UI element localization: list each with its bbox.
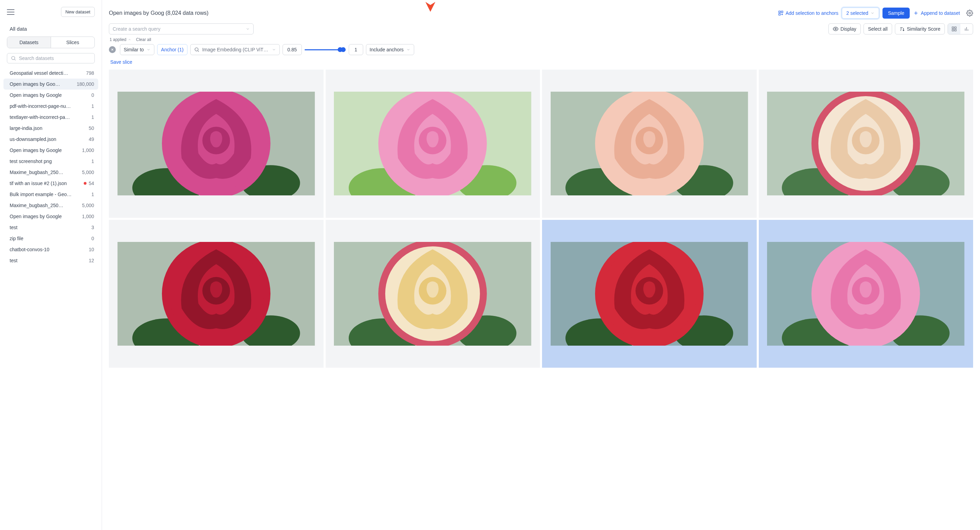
save-slice-link[interactable]: Save slice [110, 59, 132, 65]
add-selection-to-anchors-button[interactable]: Add selection to anchors [778, 10, 838, 16]
dataset-name: Open images by Google [10, 214, 62, 219]
dataset-item[interactable]: textlayer-with-incorrect-pa…1 [3, 111, 98, 123]
chevron-down-icon [870, 11, 875, 15]
clear-all-button[interactable]: Clear all [136, 37, 151, 42]
search-query-input[interactable]: Create a search query [109, 24, 254, 35]
view-toggle [948, 24, 973, 35]
tab-datasets[interactable]: Datasets [7, 37, 51, 48]
dataset-item[interactable]: test screenshot png1 [3, 156, 98, 167]
include-anchors-dropdown[interactable]: Include anchors [366, 44, 415, 55]
dataset-count: 54 [89, 181, 94, 186]
svg-point-10 [969, 13, 971, 14]
gallery-image [118, 92, 315, 196]
dataset-item[interactable]: Maxime_bugbash_250…5,000 [3, 167, 98, 178]
chevron-up-icon [128, 38, 131, 41]
append-label: Append to dataset [921, 10, 960, 16]
dataset-name: zip file [10, 236, 24, 241]
all-data-link[interactable]: All data [0, 22, 102, 37]
dataset-count: 3 [91, 225, 94, 230]
dataset-count: 50 [89, 126, 94, 131]
search-icon [11, 56, 16, 61]
sample-button[interactable]: Sample [883, 8, 910, 19]
gallery-cell[interactable] [759, 70, 974, 218]
gallery-cell[interactable] [109, 220, 324, 368]
dataset-item[interactable]: Open images by Goo…180,000 [3, 79, 98, 89]
dataset-item[interactable]: Open images by Google1,000 [3, 145, 98, 156]
dataset-item[interactable]: tif with an issue #2 (1).json54 [3, 178, 98, 189]
slider-fill [305, 49, 340, 50]
new-dataset-button[interactable]: New dataset [61, 7, 95, 17]
select-all-label: Select all [868, 26, 888, 32]
dataset-count: 0 [91, 236, 94, 241]
anchors-icon [778, 10, 784, 16]
sidebar-tabs: Datasets Slices [7, 37, 95, 48]
similar-to-dropdown[interactable]: Similar to [120, 44, 154, 55]
settings-button[interactable] [966, 10, 973, 16]
gallery-cell[interactable] [759, 220, 974, 368]
include-anchors-label: Include anchors [370, 47, 404, 53]
chart-view-button[interactable] [960, 24, 973, 34]
threshold-slider[interactable] [305, 46, 346, 53]
dataset-count: 1 [91, 192, 94, 197]
dataset-item[interactable]: test3 [3, 222, 98, 233]
dataset-name: test screenshot png [10, 159, 52, 164]
dataset-count: 798 [86, 70, 94, 76]
dataset-item[interactable]: Geospatial vessel detecti…798 [3, 68, 98, 79]
grid-view-button[interactable] [948, 24, 960, 34]
tab-slices[interactable]: Slices [51, 37, 94, 48]
dataset-item[interactable]: zip file0 [3, 233, 98, 244]
status-dot [84, 182, 86, 185]
dataset-item[interactable]: us-downsampled.json49 [3, 134, 98, 145]
gallery-cell[interactable] [542, 70, 757, 218]
gallery-cell[interactable] [326, 220, 540, 368]
dataset-name: large-india.json [10, 126, 42, 131]
dataset-item[interactable]: Open images by Google0 [3, 89, 98, 100]
svg-line-1 [14, 59, 16, 60]
svg-point-0 [12, 57, 15, 60]
plus-icon [913, 10, 919, 16]
dataset-item[interactable]: large-india.json50 [3, 123, 98, 134]
dataset-item[interactable]: chatbot-convos-1010 [3, 244, 98, 255]
arrow-pointer-annotation [424, 0, 437, 13]
similarity-label: Similarity Score [907, 26, 940, 32]
dataset-item[interactable]: Bulk import example - Geos…1 [3, 189, 98, 200]
result-count[interactable]: 1 [349, 44, 363, 55]
gallery-image [334, 242, 531, 345]
datasets-list: Geospatial vessel detecti…798Open images… [0, 67, 102, 530]
dataset-count: 1 [91, 115, 94, 120]
hamburger-menu[interactable] [7, 9, 14, 15]
embedding-label: Image Embedding (CLIP ViT… [202, 47, 269, 53]
anchor-dropdown[interactable]: Anchor (1) [157, 44, 187, 55]
search-query-placeholder: Create a search query [113, 26, 161, 32]
dataset-name: Open images by Google [10, 148, 62, 153]
gallery-cell[interactable] [109, 70, 324, 218]
applied-filters-toggle[interactable]: 1 applied [110, 37, 131, 42]
svg-rect-4 [781, 11, 783, 13]
dataset-count: 12 [89, 258, 94, 263]
eye-icon [833, 26, 838, 32]
search-icon [194, 47, 199, 53]
dataset-name: textlayer-with-incorrect-pa… [10, 115, 70, 120]
remove-filter-button[interactable] [109, 46, 116, 53]
svg-point-24 [195, 48, 198, 51]
gallery-image [767, 92, 964, 196]
select-all-button[interactable]: Select all [864, 24, 892, 35]
dataset-count: 10 [89, 247, 94, 252]
dataset-item[interactable]: test12 [3, 255, 98, 266]
svg-rect-17 [952, 29, 954, 31]
search-datasets-box[interactable] [7, 53, 95, 64]
gallery-cell[interactable] [326, 70, 540, 218]
slider-thumb-max[interactable] [341, 47, 345, 52]
gallery-cell[interactable] [542, 220, 757, 368]
embedding-dropdown[interactable]: Image Embedding (CLIP ViT… [190, 44, 280, 55]
threshold-value[interactable]: 0.85 [283, 44, 302, 55]
search-datasets-input[interactable] [19, 56, 91, 61]
dataset-item[interactable]: Open images by Google1,000 [3, 211, 98, 222]
similarity-score-button[interactable]: Similarity Score [895, 24, 945, 35]
display-button[interactable]: Display [828, 24, 861, 35]
dataset-item[interactable]: Maxime_bugbash_250…5,000 [3, 200, 98, 211]
dataset-name: Geospatial vessel detecti… [10, 70, 68, 76]
append-to-dataset-button[interactable]: Append to dataset [913, 10, 960, 16]
dataset-item[interactable]: pdf-with-incorrect-page-nu…1 [3, 100, 98, 111]
selected-count-dropdown[interactable]: 2 selected [842, 8, 879, 19]
